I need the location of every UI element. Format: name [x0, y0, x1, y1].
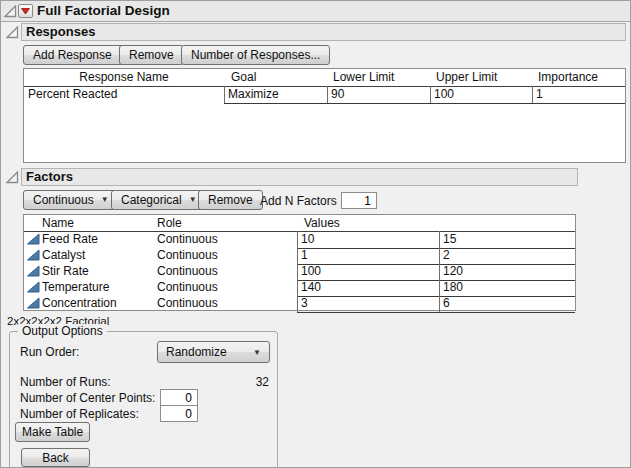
factor-high-value-cell[interactable]: 180 — [443, 280, 573, 296]
responses-section-header: Responses — [21, 23, 626, 41]
center-points-label: Number of Center Points: — [20, 391, 155, 405]
factor-high-value-cell[interactable]: 120 — [443, 264, 573, 280]
full-factorial-design-window: Full Factorial Design Responses Add Resp… — [0, 0, 631, 468]
remove-factor-button[interactable]: Remove — [198, 190, 263, 210]
remove-response-button[interactable]: Remove — [119, 45, 184, 65]
factor-name-cell[interactable]: Feed Rate — [42, 232, 150, 248]
disclosure-triangle-icon[interactable] — [4, 5, 17, 18]
col-header-lower-limit: Lower Limit — [333, 69, 394, 86]
response-importance-cell[interactable]: 1 — [536, 87, 621, 103]
factor-high-value-cell[interactable]: 2 — [443, 248, 573, 264]
col-header-goal: Goal — [231, 69, 256, 86]
factor-name-cell[interactable]: Stir Rate — [42, 264, 150, 280]
factor-low-value-cell[interactable]: 140 — [301, 280, 436, 296]
continuous-factor-icon — [27, 233, 40, 248]
continuous-factor-icon — [27, 297, 40, 312]
number-of-responses-button[interactable]: Number of Responses... — [181, 45, 330, 65]
col-header-upper-limit: Upper Limit — [436, 69, 497, 86]
col-header-role: Role — [157, 215, 182, 231]
responses-table: Response Name Goal Lower Limit Upper Lim… — [23, 68, 626, 163]
red-triangle-icon — [21, 8, 30, 15]
add-response-label: Add Response — [33, 46, 112, 64]
make-table-button[interactable]: Make Table — [15, 422, 90, 442]
center-points-input[interactable] — [160, 389, 198, 406]
add-n-factors-input[interactable] — [341, 192, 377, 209]
response-goal-cell[interactable]: Maximize — [228, 87, 327, 103]
factor-role-cell[interactable]: Continuous — [157, 232, 295, 248]
run-order-label: Run Order: — [20, 345, 79, 359]
output-options-legend: Output Options — [18, 324, 107, 338]
col-header-importance: Importance — [538, 69, 598, 86]
continuous-factor-icon — [27, 265, 40, 280]
chevron-down-icon: ▼ — [253, 348, 261, 357]
add-categorical-factor-button[interactable]: Categorical ▼ — [111, 190, 207, 210]
col-header-name: Name — [42, 215, 74, 231]
run-order-value: Randomize — [166, 345, 227, 359]
make-table-label: Make Table — [22, 423, 83, 441]
response-upper-limit-cell[interactable]: 100 — [434, 87, 529, 103]
col-header-response-name: Response Name — [24, 69, 224, 86]
factor-role-cell[interactable]: Continuous — [157, 296, 295, 312]
add-continuous-factor-button[interactable]: Continuous ▼ — [23, 190, 119, 210]
number-of-runs-value: 32 — [256, 375, 269, 389]
output-options-group: Output Options Run Order: Randomize ▼ Nu… — [9, 331, 278, 468]
factor-role-cell[interactable]: Continuous — [157, 264, 295, 280]
factor-role-cell[interactable]: Continuous — [157, 248, 295, 264]
col-header-values: Values — [304, 215, 340, 231]
factor-name-cell[interactable]: Temperature — [42, 280, 150, 296]
factor-name-cell[interactable]: Catalyst — [42, 248, 150, 264]
chevron-down-icon: ▼ — [189, 191, 197, 209]
run-order-dropdown[interactable]: Randomize ▼ — [157, 341, 270, 363]
response-name-cell[interactable]: Percent Reacted — [28, 87, 222, 103]
continuous-button-label: Continuous — [33, 191, 94, 209]
number-of-responses-label: Number of Responses... — [191, 46, 320, 64]
factor-low-value-cell[interactable]: 3 — [301, 296, 436, 312]
factor-low-value-cell[interactable]: 10 — [301, 232, 436, 248]
factor-high-value-cell[interactable]: 15 — [443, 232, 573, 248]
replicates-input[interactable] — [160, 405, 198, 422]
factors-disclosure-icon[interactable] — [6, 171, 19, 184]
replicates-label: Number of Replicates: — [20, 407, 139, 421]
factors-table: Name Role Values Feed Rate Continuous 10… — [23, 214, 576, 311]
categorical-button-label: Categorical — [121, 191, 182, 209]
responses-disclosure-icon[interactable] — [6, 26, 19, 39]
add-n-factors-label: Add N Factors — [260, 194, 337, 208]
factor-low-value-cell[interactable]: 1 — [301, 248, 436, 264]
red-triangle-menu-button[interactable] — [18, 4, 33, 18]
factor-role-cell[interactable]: Continuous — [157, 280, 295, 296]
factor-low-value-cell[interactable]: 100 — [301, 264, 436, 280]
factor-name-cell[interactable]: Concentration — [42, 296, 150, 312]
title-bar: Full Factorial Design — [1, 1, 631, 22]
factor-high-value-cell[interactable]: 6 — [443, 296, 573, 312]
factors-section-header: Factors — [21, 168, 578, 186]
back-button[interactable]: Back — [21, 448, 90, 467]
remove-factor-label: Remove — [208, 191, 253, 209]
back-label: Back — [42, 449, 69, 467]
continuous-factor-icon — [27, 281, 40, 296]
page-title: Full Factorial Design — [37, 3, 170, 18]
number-of-runs-label: Number of Runs: — [20, 375, 111, 389]
continuous-factor-icon — [27, 249, 40, 264]
remove-response-label: Remove — [129, 46, 174, 64]
response-lower-limit-cell[interactable]: 90 — [331, 87, 430, 103]
chevron-down-icon: ▼ — [101, 191, 109, 209]
